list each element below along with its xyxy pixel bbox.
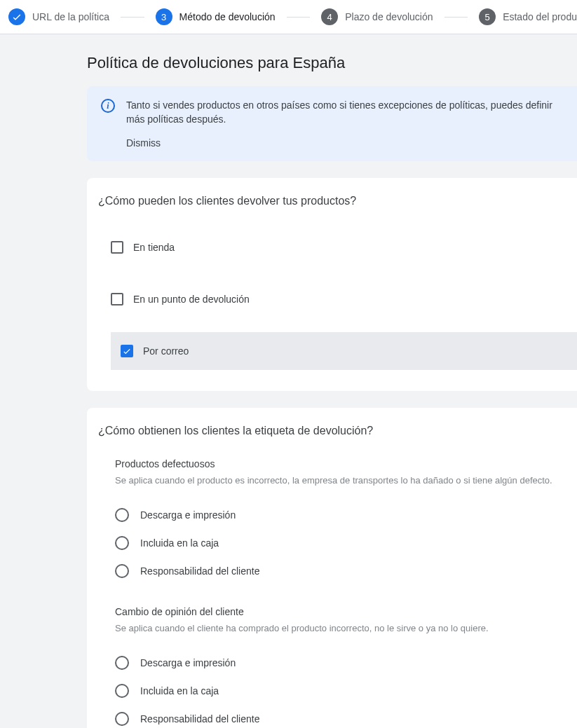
page-title: Política de devoluciones para España: [87, 54, 577, 72]
checkbox-label: En un punto de devolución: [133, 294, 250, 305]
radio-icon: [115, 564, 129, 578]
radio-label: Responsabilidad del cliente: [140, 565, 259, 577]
step-separator: [287, 17, 311, 18]
info-text: Tanto si vendes productos en otros paíse…: [126, 99, 560, 126]
radio-remorse-in-box[interactable]: Incluida en la caja: [115, 677, 577, 705]
checkbox-drop-off[interactable]: En un punto de devolución: [87, 280, 577, 318]
step-status[interactable]: 5 Estado del produ: [479, 8, 577, 25]
stepper: URL de la política 3 Método de devolució…: [0, 0, 577, 34]
section-description: Se aplica cuando el producto es incorrec…: [115, 475, 577, 486]
section-heading: Cambio de opinión del cliente: [115, 606, 577, 617]
radio-defective-customer[interactable]: Responsabilidad del cliente: [115, 557, 577, 585]
step-label: URL de la política: [32, 11, 109, 22]
radio-label: Incluida en la caja: [140, 685, 219, 696]
radio-defective-download[interactable]: Descarga e impresión: [115, 501, 577, 529]
card-title: ¿Cómo obtienen los clientes la etiqueta …: [87, 425, 577, 458]
step-number-icon: 4: [321, 8, 338, 25]
radio-icon: [115, 656, 129, 670]
check-icon: [8, 8, 25, 25]
checkbox-checked-icon: [121, 345, 133, 357]
checkbox-icon: [111, 293, 123, 305]
info-banner: i Tanto si vendes productos en otros paí…: [87, 86, 577, 161]
radio-remorse-customer[interactable]: Responsabilidad del cliente: [115, 705, 577, 728]
radio-label: Responsabilidad del cliente: [140, 713, 259, 724]
checkbox-in-store[interactable]: En tienda: [87, 228, 577, 266]
step-url[interactable]: URL de la política: [8, 8, 109, 25]
radio-remorse-download[interactable]: Descarga e impresión: [115, 649, 577, 677]
info-icon: i: [101, 99, 115, 113]
radio-icon: [115, 684, 129, 698]
dismiss-link[interactable]: Dismiss: [126, 137, 560, 149]
step-label: Método de devolución: [179, 11, 276, 22]
step-separator: [121, 17, 144, 18]
checkbox-label: En tienda: [133, 242, 175, 253]
radio-label: Descarga e impresión: [140, 509, 236, 521]
radio-icon: [115, 712, 129, 726]
radio-label: Descarga e impresión: [140, 657, 236, 668]
step-method[interactable]: 3 Método de devolución: [156, 8, 276, 25]
return-label-card: ¿Cómo obtienen los clientes la etiqueta …: [87, 408, 577, 728]
radio-label: Incluida en la caja: [140, 537, 219, 549]
return-method-card: ¿Cómo pueden los clientes devolver tus p…: [87, 178, 577, 391]
step-label: Plazo de devolución: [345, 11, 433, 22]
step-label: Estado del produ: [503, 11, 577, 22]
radio-defective-in-box[interactable]: Incluida en la caja: [115, 529, 577, 557]
checkbox-by-mail[interactable]: Por correo: [111, 332, 577, 370]
radio-icon: [115, 508, 129, 522]
checkbox-icon: [111, 241, 123, 254]
section-description: Se aplica cuando el cliente ha comprado …: [115, 623, 577, 633]
radio-icon: [115, 536, 129, 550]
card-title: ¿Cómo pueden los clientes devolver tus p…: [87, 195, 577, 228]
step-number-icon: 3: [156, 8, 172, 25]
step-number-icon: 5: [479, 8, 496, 25]
step-window[interactable]: 4 Plazo de devolución: [321, 8, 433, 25]
remorse-section: Cambio de opinión del cliente Se aplica …: [87, 606, 577, 728]
checkbox-label: Por correo: [143, 345, 189, 357]
section-heading: Productos defectuosos: [115, 458, 577, 469]
defective-section: Productos defectuosos Se aplica cuando e…: [87, 458, 577, 585]
step-separator: [444, 17, 468, 18]
